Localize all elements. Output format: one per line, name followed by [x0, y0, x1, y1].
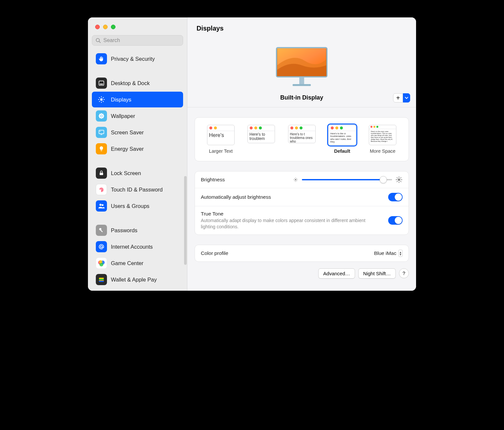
display-illustration: [271, 44, 332, 90]
minimize-button[interactable]: [103, 25, 108, 29]
sidebar-item-wallet-apple-pay[interactable]: Wallet & Apple Pay: [92, 272, 183, 287]
sidebar-item-label: Touch ID & Password: [111, 187, 163, 193]
svg-rect-3: [100, 84, 103, 84]
svg-line-11: [99, 101, 100, 102]
fingerprint-icon: [96, 184, 107, 195]
resolution-option-2[interactable]: Here's to troublem: [243, 125, 279, 154]
color-profile-select[interactable]: Blue iMac ▴▾: [374, 250, 403, 257]
search-placeholder: Search: [103, 37, 120, 43]
sidebar-item-label: Screen Saver: [111, 129, 144, 136]
sidebar-item-passwords[interactable]: Passwords: [92, 222, 183, 238]
sidebar-item-label: Privacy & Security: [111, 56, 155, 62]
brightness-slider[interactable]: [302, 176, 392, 183]
flower-icon: [96, 110, 107, 122]
search-input[interactable]: Search: [92, 35, 183, 46]
svg-rect-2: [99, 81, 104, 85]
wallet-icon: [96, 274, 107, 285]
sidebar-item-label: Wallpaper: [111, 113, 135, 119]
bulb-icon: [96, 143, 107, 154]
select-stepper-icon: ▴▾: [398, 250, 403, 257]
sidebar-item-energy-saver[interactable]: Energy Saver: [92, 141, 183, 157]
lock-icon: [96, 168, 107, 179]
resolution-option-larger-text[interactable]: Here's Larger Text: [203, 125, 239, 154]
resolution-option-3[interactable]: Here's to t troublema ones who: [284, 125, 320, 154]
display-settings-card: Brightness Automatically adjust brightne…: [195, 171, 409, 235]
resolution-label: Default: [334, 148, 350, 154]
game-center-icon: [96, 258, 107, 269]
sidebar-item-desktop-dock[interactable]: Desktop & Dock: [92, 75, 183, 91]
advanced-button[interactable]: Advanced…: [318, 268, 355, 279]
svg-rect-25: [101, 150, 102, 151]
sidebar-scrollbar[interactable]: [184, 176, 187, 265]
svg-line-10: [103, 101, 103, 102]
color-profile-value: Blue iMac: [374, 250, 396, 256]
add-display-menu[interactable]: [403, 93, 410, 102]
sidebar-item-label: Lock Screen: [111, 170, 141, 176]
page-title: Displays: [197, 25, 407, 32]
night-shift-button[interactable]: Night Shift…: [358, 268, 396, 279]
screen-saver-icon: [96, 127, 107, 138]
sidebar-item-screen-saver[interactable]: Screen Saver: [92, 124, 183, 140]
sidebar-item-wallpaper[interactable]: Wallpaper: [92, 108, 183, 124]
dock-icon: [96, 78, 107, 89]
sidebar-item-label: Displays: [111, 97, 131, 103]
key-icon: [96, 225, 107, 236]
svg-point-20: [99, 117, 101, 118]
svg-point-31: [100, 246, 102, 248]
resolution-option-more-space[interactable]: Here's to the crazy ones troublemakers. …: [365, 125, 401, 154]
svg-point-28: [102, 204, 104, 206]
true-tone-row: True Tone Automatically adapt display to…: [195, 206, 409, 235]
svg-line-9: [99, 98, 100, 98]
window-controls: [88, 17, 187, 29]
sidebar-item-label: Energy Saver: [111, 146, 144, 152]
at-icon: [96, 241, 107, 252]
svg-point-54: [398, 178, 400, 181]
sidebar-item-privacy-security[interactable]: Privacy & Security: [92, 51, 183, 67]
svg-rect-39: [99, 281, 104, 282]
sidebar-item-label: Game Center: [111, 260, 143, 266]
svg-point-13: [101, 115, 102, 117]
svg-line-59: [397, 177, 398, 178]
svg-rect-43: [299, 78, 304, 84]
sidebar-item-internet-accounts[interactable]: Internet Accounts: [92, 239, 183, 255]
sidebar-item-users-groups[interactable]: Users & Groups: [92, 198, 183, 214]
sidebar-item-game-center[interactable]: Game Center: [92, 255, 183, 271]
sidebar: Search Privacy & Security Desktop & Dock: [88, 17, 187, 291]
sidebar-item-label: Wallet & Apple Pay: [111, 277, 157, 283]
display-hero: Built-in Display +: [187, 32, 416, 107]
svg-line-62: [401, 177, 401, 178]
main-content: Displays Built-in Display +: [187, 17, 416, 291]
sidebar-item-lock-screen[interactable]: Lock Screen: [92, 165, 183, 181]
svg-rect-36: [99, 278, 104, 279]
color-profile-label: Color profile: [201, 250, 369, 256]
svg-rect-37: [99, 279, 104, 280]
svg-rect-30: [100, 230, 103, 232]
hand-icon: [96, 53, 107, 64]
resolution-option-default[interactable]: Here's to the cr troublemakers. ones who…: [324, 125, 360, 154]
add-display-button[interactable]: +: [393, 93, 403, 102]
svg-line-50: [294, 178, 295, 179]
true-tone-toggle[interactable]: [388, 216, 403, 225]
svg-rect-22: [99, 130, 104, 134]
help-button[interactable]: ?: [399, 268, 409, 278]
svg-line-12: [103, 98, 103, 98]
fullscreen-button[interactable]: [111, 25, 116, 29]
svg-point-35: [99, 260, 102, 263]
svg-rect-24: [101, 134, 102, 135]
sidebar-item-label: Desktop & Dock: [111, 80, 150, 86]
svg-line-61: [397, 181, 398, 182]
true-tone-description: Automatically adapt display to make colo…: [201, 217, 371, 230]
brightness-low-icon: [293, 177, 299, 183]
sidebar-scroll[interactable]: Privacy & Security Desktop & Dock Displa…: [88, 49, 187, 291]
sidebar-item-touch-id[interactable]: Touch ID & Password: [92, 182, 183, 197]
brightness-high-icon: [395, 176, 403, 183]
svg-line-53: [297, 178, 297, 179]
svg-line-60: [401, 181, 401, 182]
resolution-label: More Space: [370, 148, 395, 154]
svg-point-4: [100, 98, 102, 101]
auto-brightness-row: Automatically adjust brightness: [195, 188, 409, 206]
display-name-label: Built-in Display: [280, 94, 323, 101]
sidebar-item-displays[interactable]: Displays: [92, 92, 183, 107]
close-button[interactable]: [95, 25, 100, 29]
auto-brightness-toggle[interactable]: [388, 193, 403, 201]
